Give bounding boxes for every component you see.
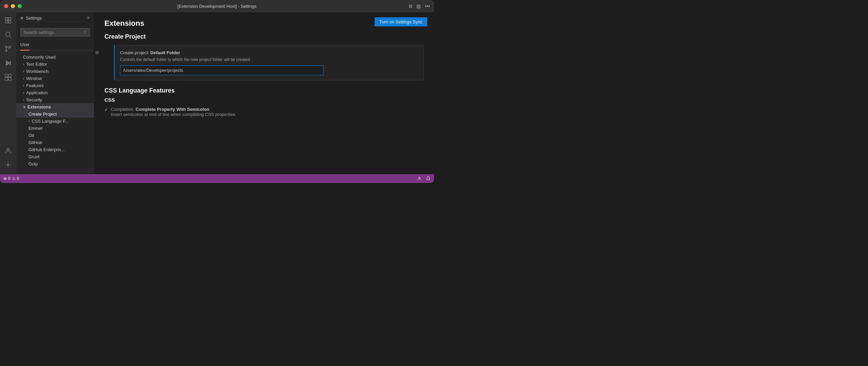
maximize-button[interactable] [18,4,22,8]
sidebar-title: Settings [26,16,42,21]
svg-line-5 [9,36,11,38]
nav-git[interactable]: Git [16,132,94,139]
activity-account[interactable] [1,144,15,157]
nav-label: Grunt [28,154,40,159]
svg-point-6 [5,46,7,48]
svg-point-8 [5,50,7,52]
chevron-right-icon: › [23,77,24,80]
gear-icon[interactable]: ⚙ [95,50,99,55]
nav-label: Workbench [26,69,48,74]
activity-settings[interactable] [1,158,15,171]
nav-workbench[interactable]: › Workbench [16,68,94,75]
nav-extensions[interactable]: ∨ Extensions [16,103,94,110]
nav-label: Security [26,97,42,102]
create-project-input[interactable] [120,65,323,75]
statusbar: ⊗ 0 ⚠ 0 [0,174,434,183]
nav-github[interactable]: GitHub [16,139,94,146]
nav-commonly-used[interactable]: Commonly Used [16,54,94,61]
svg-marker-9 [6,60,11,66]
sync-button[interactable]: Turn on Settings Sync [375,17,427,26]
svg-rect-3 [8,21,11,23]
activity-bar [0,12,16,174]
nav-label: Create Project [28,111,57,117]
chevron-right-icon: › [23,84,24,87]
nav-label: GitHub [28,140,42,145]
svg-rect-1 [8,18,11,20]
css-language-features-title: CSS Language Features [104,87,424,94]
nav-github-enterprise[interactable]: GitHub Enterpris... [16,146,94,153]
activity-run[interactable] [1,56,15,70]
completion-setting: ✓ Completion: Complete Property With Sem… [104,107,424,117]
nav-label: GitHub Enterpris... [28,147,65,152]
window-controls [4,4,22,8]
nav-window[interactable]: › Window [16,75,94,82]
warning-icon: ⚠ [12,176,16,181]
setting-label-prefix: Create-project: [120,50,151,55]
completion-label-bold: Complete Property With Semicolon [136,107,209,112]
nav-create-project[interactable]: Create Project [16,110,94,118]
settings-tabs: User [16,39,94,51]
nav-features[interactable]: › Features [16,82,94,89]
more-actions-icon[interactable]: ••• [425,3,430,9]
create-project-subtitle: Create Project [104,33,424,40]
svg-rect-12 [8,74,11,77]
search-input[interactable] [23,30,81,35]
setting-label: Create-project: Default Folder [120,50,418,55]
settings-menu-icon: ≡ [20,15,23,21]
error-count: 0 [8,176,11,181]
svg-rect-2 [5,21,8,23]
completion-label: Completion: Complete Property With Semic… [111,107,236,117]
svg-point-20 [419,177,420,179]
check-icon: ✓ [104,107,108,112]
sidebar-header: ≡ Settings × [16,12,94,24]
activity-search[interactable] [1,28,15,41]
svg-rect-14 [8,78,11,80]
toggle-sidebar-icon[interactable]: ▥ [416,3,421,9]
split-editor-icon[interactable]: ⧉ [409,3,412,9]
search-input-wrap[interactable] [20,28,90,37]
nav-label: Text Editor [26,62,47,67]
titlebar-actions: ⧉ ▥ ••• [409,3,430,9]
nav-grunt[interactable]: Grunt [16,153,94,160]
nav-label: Gulp [28,161,38,166]
tab-user[interactable]: User [20,39,29,50]
nav-label: Git [28,133,34,138]
nav-gulp[interactable]: Gulp [16,160,94,167]
warning-count: 0 [17,176,19,181]
nav-label: Commonly Used [23,55,56,60]
error-icon: ⊗ [3,176,7,181]
completion-label-prefix: Completion: [111,107,136,112]
chevron-right-icon: › [23,69,24,73]
nav-css-language[interactable]: › CSS Language F... [16,118,94,125]
svg-rect-11 [5,74,8,77]
settings-sidebar: ≡ Settings × User Commonly Used › Text E… [16,12,94,174]
main-layout: ≡ Settings × User Commonly Used › Text E… [0,12,434,174]
window-title: [Extension Development Host] - Settings [177,4,256,9]
search-filter-icon [83,30,87,35]
chevron-down-icon: ∨ [23,105,25,109]
nav-security[interactable]: › Security [16,96,94,103]
setting-label-bold: Default Folder [151,50,180,55]
nav-label: Emmet [28,126,42,131]
bell-icon[interactable] [426,176,431,181]
nav-emmet[interactable]: Emmet [16,125,94,132]
svg-rect-0 [5,18,8,20]
nav-label: CSS Language F... [32,119,68,124]
svg-point-4 [6,32,10,37]
activity-explorer[interactable] [1,14,15,27]
activity-extensions[interactable] [1,70,15,84]
titlebar: [Extension Development Host] - Settings … [0,0,434,12]
chevron-right-icon: › [23,91,24,95]
nav-label: Application [26,90,48,95]
nav-application[interactable]: › Application [16,89,94,96]
nav-label: Extensions [27,104,51,109]
nav-label: Features [26,83,43,88]
minimize-button[interactable] [11,4,15,8]
close-button[interactable] [4,4,8,8]
activity-source-control[interactable] [1,42,15,56]
nav-text-editor[interactable]: › Text Editor [16,61,94,68]
completion-description: Insert semicolon at end of line when com… [111,112,236,117]
sidebar-close-button[interactable]: × [87,15,90,21]
remote-icon[interactable] [417,176,422,181]
error-status[interactable]: ⊗ 0 ⚠ 0 [3,176,19,181]
